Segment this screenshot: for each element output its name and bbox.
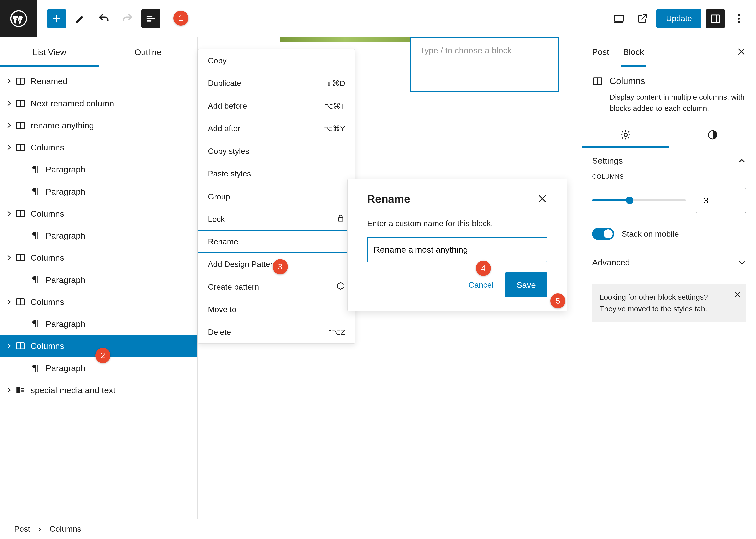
inspector-tab-settings[interactable] [582, 121, 669, 148]
menu-group[interactable]: Group [198, 185, 355, 208]
options-button[interactable] [729, 9, 748, 28]
columns-label: COLUMNS [592, 173, 746, 180]
tree-item-label: Paragraph [45, 275, 86, 285]
menu-copy-styles[interactable]: Copy styles [198, 140, 355, 162]
wordpress-icon [10, 10, 27, 27]
image-block-thumb [280, 37, 410, 42]
modal-description: Enter a custom name for this block. [367, 219, 548, 228]
tree-row-columns[interactable]: Columns [0, 291, 197, 313]
menu-create-pattern[interactable]: Create pattern [198, 275, 355, 298]
pattern-icon [336, 281, 345, 290]
tree-row-paragraph[interactable]: Paragraph [0, 269, 197, 291]
columns-icon [15, 208, 26, 219]
hint-close-button[interactable] [734, 290, 741, 302]
modal-close-button[interactable] [537, 193, 548, 204]
caret-icon [6, 100, 13, 107]
menu-delete[interactable]: Delete^⌥Z [198, 321, 355, 344]
close-icon [537, 193, 548, 203]
settings-toggle-button[interactable] [706, 9, 725, 28]
settings-hint: Looking for other block settings? They'v… [592, 284, 746, 322]
paragraph-icon [30, 319, 40, 329]
columns-icon [15, 98, 26, 109]
stack-on-mobile-toggle[interactable] [592, 228, 614, 240]
column-2-placeholder[interactable]: Type / to choose a block [410, 37, 560, 92]
save-button[interactable]: Save [505, 272, 548, 297]
tools-button[interactable] [71, 9, 90, 28]
tree-row-columns[interactable]: Columns [0, 247, 197, 269]
document-overview-button[interactable] [141, 9, 160, 28]
tree-row-paragraph[interactable]: Paragraph [0, 181, 197, 202]
inserter-button[interactable] [47, 9, 66, 28]
editor-topbar: Update [0, 0, 756, 37]
settings-section: Settings COLUMNS Stack on mobile [582, 148, 756, 250]
media-icon [15, 385, 26, 395]
annotation-5: 5 [551, 293, 566, 308]
redo-button[interactable] [118, 9, 137, 28]
crumb-columns[interactable]: Columns [50, 524, 81, 534]
menu-copy[interactable]: Copy [198, 49, 355, 72]
paragraph-icon [30, 230, 40, 241]
menu-lock[interactable]: Lock [198, 208, 355, 230]
redo-icon [121, 13, 133, 25]
wp-logo[interactable] [0, 0, 37, 37]
columns-slider[interactable] [592, 199, 686, 201]
preview-button[interactable] [633, 9, 652, 28]
more-vertical-icon [733, 13, 745, 25]
cancel-button[interactable]: Cancel [467, 280, 495, 290]
tree-item-more-button[interactable] [182, 385, 192, 395]
tree-item-label: Paragraph [45, 231, 86, 241]
tree-row-paragraph[interactable]: Paragraph [0, 313, 197, 335]
tree-item-label: Columns [31, 209, 64, 219]
caret-icon [6, 343, 13, 349]
tree-item-label: Columns [31, 253, 64, 263]
inspector-tabs [582, 121, 756, 148]
section-settings-toggle[interactable]: Settings [582, 148, 756, 173]
modal-title: Rename [367, 193, 410, 205]
columns-number-input[interactable] [696, 188, 746, 213]
tree-row-columns[interactable]: Renamed [0, 70, 197, 92]
tree-item-label: Paragraph [45, 165, 86, 175]
toolbar-left [37, 9, 160, 28]
tab-list-view[interactable]: List View [0, 37, 99, 67]
columns-icon [592, 76, 603, 87]
crumb-post[interactable]: Post [14, 524, 30, 534]
plus-icon [51, 13, 62, 24]
caret-icon [6, 210, 13, 217]
chevron-down-icon [738, 259, 746, 267]
tree-row-paragraph[interactable]: Paragraph [0, 225, 197, 247]
menu-rename[interactable]: Rename [198, 230, 355, 253]
caret-icon [6, 254, 13, 261]
tree-row-columns[interactable]: Next renamed column [0, 92, 197, 114]
menu-paste-styles[interactable]: Paste styles [198, 162, 355, 185]
svg-rect-15 [614, 15, 623, 21]
tree-row-columns[interactable]: Columns [0, 136, 197, 158]
menu-duplicate[interactable]: Duplicate⇧⌘D [198, 72, 355, 95]
annotation-4: 4 [476, 261, 491, 276]
document-overview-panel: List View Outline RenamedNext renamed co… [0, 37, 197, 519]
tab-block[interactable]: Block [623, 37, 644, 67]
cog-icon [620, 129, 631, 140]
sidebar-tabs: Post Block [582, 37, 756, 67]
edit-icon [74, 13, 86, 25]
section-advanced-toggle[interactable]: Advanced [582, 250, 756, 275]
menu-move-to[interactable]: Move to [198, 298, 355, 321]
undo-button[interactable] [94, 9, 113, 28]
update-button[interactable]: Update [656, 9, 701, 28]
menu-add-before[interactable]: Add before⌥⌘T [198, 95, 355, 117]
tree-row-paragraph[interactable]: Paragraph [0, 158, 197, 181]
view-button[interactable] [609, 9, 629, 28]
tab-post[interactable]: Post [592, 37, 609, 67]
tree-row-columns[interactable]: Columns [0, 202, 197, 225]
sidebar-close-button[interactable] [737, 47, 746, 57]
tree-row-media[interactable]: special media and text [0, 379, 197, 401]
overview-tabs: List View Outline [0, 37, 197, 67]
annotation-1: 1 [174, 11, 189, 26]
rename-input[interactable] [367, 237, 548, 262]
caret-icon [6, 387, 13, 394]
inspector-tab-styles[interactable] [669, 121, 756, 148]
tree-item-label: Paragraph [45, 187, 86, 196]
crumb-separator-icon [38, 524, 42, 534]
menu-add-after[interactable]: Add after⌥⌘Y [198, 117, 355, 140]
tree-row-columns[interactable]: rename anything [0, 114, 197, 136]
tab-outline[interactable]: Outline [99, 37, 197, 67]
